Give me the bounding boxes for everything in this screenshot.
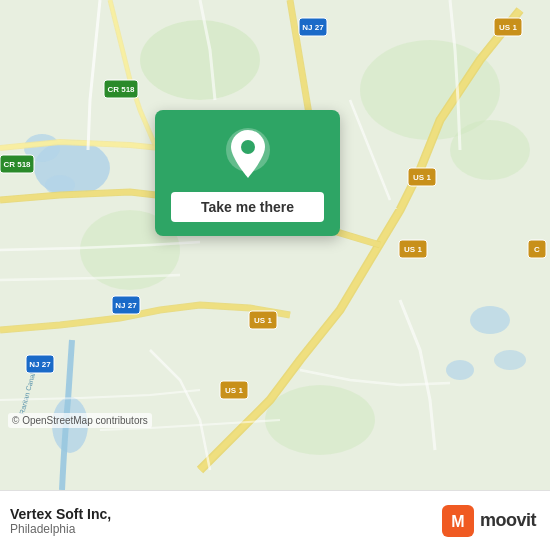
- svg-text:US 1: US 1: [225, 386, 243, 395]
- svg-point-4: [470, 306, 510, 334]
- svg-text:NJ 27: NJ 27: [29, 360, 51, 369]
- map-container: Raritan Canal NJ 2: [0, 0, 550, 490]
- bottom-info-bar: Vertex Soft Inc, Philadelphia M moovit: [0, 490, 550, 550]
- svg-text:US 1: US 1: [499, 23, 517, 32]
- svg-text:NJ 27: NJ 27: [302, 23, 324, 32]
- svg-point-37: [241, 140, 255, 154]
- svg-point-6: [494, 350, 526, 370]
- location-name: Vertex Soft Inc,: [10, 506, 111, 522]
- svg-text:US 1: US 1: [413, 173, 431, 182]
- svg-point-8: [140, 20, 260, 100]
- take-me-there-card: Take me there: [155, 110, 340, 236]
- location-pin-icon: [225, 128, 271, 182]
- svg-point-12: [450, 120, 530, 180]
- location-city: Philadelphia: [10, 522, 111, 536]
- svg-text:US 1: US 1: [404, 245, 422, 254]
- attribution-label: © OpenStreetMap contributors: [12, 415, 148, 426]
- svg-text:US 1: US 1: [254, 316, 272, 325]
- svg-point-5: [446, 360, 474, 380]
- svg-text:M: M: [451, 513, 464, 530]
- svg-text:CR 518: CR 518: [107, 85, 135, 94]
- svg-point-11: [265, 385, 375, 455]
- moovit-logo: M moovit: [442, 505, 536, 537]
- location-info: Vertex Soft Inc, Philadelphia: [10, 506, 111, 536]
- take-me-there-button[interactable]: Take me there: [171, 192, 324, 222]
- moovit-icon: M: [442, 505, 474, 537]
- svg-text:CR 518: CR 518: [3, 160, 31, 169]
- moovit-text: moovit: [480, 510, 536, 531]
- attribution-text: © OpenStreetMap contributors: [8, 413, 152, 428]
- svg-text:C: C: [534, 245, 540, 254]
- svg-text:NJ 27: NJ 27: [115, 301, 137, 310]
